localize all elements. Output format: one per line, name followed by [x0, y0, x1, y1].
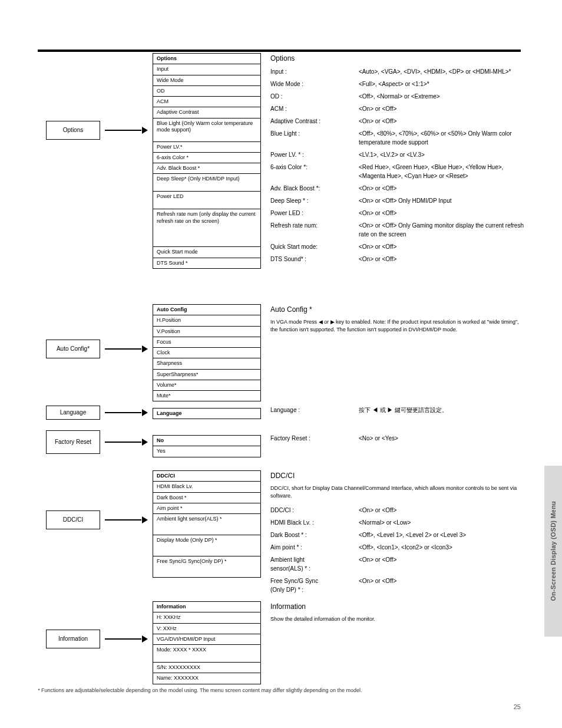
v: <Red Hue>, <Green Hue>, <Blue Hue>, <Yel… [359, 163, 524, 180]
desc-pair: Factory Reset :<No> or <Yes> [270, 434, 524, 443]
cell: S/N: XXXXXXXXX [157, 664, 200, 670]
desc-pair: 6-axis Color *:<Red Hue>, <Green Hue>, <… [270, 163, 524, 180]
cell: Quick Start mode [157, 249, 198, 255]
cell: OD [157, 88, 165, 94]
cell: Clock [157, 350, 170, 355]
menu-row: Auto Config [153, 305, 260, 315]
cell: ACM [157, 98, 168, 104]
title-text: Information [270, 601, 353, 612]
cell: Language [157, 410, 182, 416]
k: Power LED : [270, 209, 353, 218]
desc-pair: Wide Mode :<Full>, <Aspect> or <1:1>* [270, 80, 524, 88]
cell: V.Position [157, 328, 180, 334]
footnote-text: Functions are adjustable/selectable depe… [41, 687, 362, 693]
v: <On> or <Off> [359, 117, 524, 126]
cell: Deep Sleep* (Only HDMI/DP Input) [157, 176, 239, 182]
label-factory-reset: Factory Reset [46, 430, 100, 454]
menu-row: Aim point * [153, 503, 260, 513]
k: Wide Mode : [270, 80, 353, 88]
v: 按下 ◀ 或 ▶ 鍵可變更語言設定。 [359, 406, 524, 414]
desc-language: Language :按下 ◀ 或 ▶ 鍵可變更語言設定。 [270, 406, 524, 418]
desc-note: In VGA mode Press ◀ or ▶ key to enabled.… [270, 318, 524, 334]
v: <LV.1>, <LV.2> or <LV.3> [359, 150, 524, 159]
menu-row: DDC/CI [153, 471, 260, 481]
desc-pair: Ambient light sensor(ALS) * :<On> or <Of… [270, 555, 524, 573]
menu-row: DTS Sound * [153, 258, 260, 268]
desc-title: Auto Config * [270, 304, 524, 315]
k: OD : [270, 92, 353, 101]
cell: Information [157, 604, 186, 610]
label-auto-config: Auto Config* [46, 340, 100, 358]
desc-pair: DTS Sound* :<On> or <Off> [270, 255, 524, 263]
desc-pair: Input :<Auto>, <VGA>, <DVI>, <HDMI>, <DP… [270, 67, 524, 76]
desc-title: Options [270, 53, 524, 64]
v: <On> or <Off> [359, 255, 524, 263]
v: <On> or <Off> [359, 209, 524, 218]
menu-options: Options Input Wide Mode OD ACM Adaptive … [153, 53, 261, 269]
menu-row: SuperSharpness* [153, 369, 260, 380]
cell: Name: XXXXXXX [157, 675, 199, 681]
label-text: DDC/CI [63, 516, 83, 524]
desc-pair: Dark Boost * :<Off>, <Level 1>, <Level 2… [270, 531, 524, 539]
title-text: Auto Config * [270, 304, 353, 315]
k: Factory Reset : [270, 434, 353, 443]
desc-pair: Refresh rate num:<On> or <Off> Only Gami… [270, 221, 524, 239]
label-text: Options [63, 127, 83, 134]
menu-row: Blue Light (Only Warm color temperature … [153, 118, 260, 141]
menu-language: Language [153, 408, 261, 419]
desc-pair: Language :按下 ◀ 或 ▶ 鍵可變更語言設定。 [270, 406, 524, 414]
desc-pair: Power LED :<On> or <Off> [270, 209, 524, 218]
desc-ddcci: DDC/CI DDC/CI, short for Display Data Ch… [270, 470, 524, 598]
menu-row: VGA/DVI/HDMI/DP Input [153, 634, 260, 644]
v: <Off>, <Level 1>, <Level 2> or <Level 3> [359, 531, 524, 539]
cell: Adv. Black Boost * [157, 165, 200, 171]
v: <Off>, <Icon1>, <Icon2> or <Icon3> [359, 543, 524, 552]
label-text: Factory Reset [55, 439, 91, 446]
menu-row: Adv. Black Boost * [153, 163, 260, 173]
menu-row: Focus [153, 337, 260, 347]
page-top-rule [38, 50, 521, 52]
cell: Wide Mode [157, 77, 184, 83]
cell: Yes [157, 448, 166, 454]
label-text: Auto Config* [57, 345, 90, 353]
menu-row: Input [153, 64, 260, 74]
cell: SuperSharpness* [157, 371, 199, 377]
menu-row: Sharpness [153, 358, 260, 368]
v: <On> or <Off> [359, 184, 524, 193]
cell: Options [157, 55, 177, 61]
k: ACM : [270, 104, 353, 113]
k: Refresh rate num: [270, 221, 353, 239]
menu-row: Information [153, 602, 260, 612]
menu-row: ACM [153, 96, 260, 107]
menu-row: Mute* [153, 390, 260, 401]
cell: Mute* [157, 393, 171, 398]
desc-options: Options Input :<Auto>, <VGA>, <DVI>, <HD… [270, 53, 524, 267]
menu-row: Display Mode (Only DP) * [153, 535, 260, 556]
cell: Sharpness [157, 360, 182, 366]
cell: DDC/CI [157, 473, 175, 479]
menu-row: Refresh rate num (only display the curre… [153, 209, 260, 246]
menu-row: Volume* [153, 380, 260, 390]
desc-pair: Free Sync/G Sync (Only DP) * :<On> or <O… [270, 577, 524, 594]
cell: 6-axis Color * [157, 154, 189, 160]
v: <On> or <Off> [359, 506, 524, 515]
menu-row: V: XXHz [153, 623, 260, 634]
menu-row: S/N: XXXXXXXXX [153, 662, 260, 673]
menu-row: Language [153, 409, 260, 419]
cell: Auto Config [157, 307, 187, 312]
desc-pair: Quick Start mode:<On> or <Off> [270, 242, 524, 251]
desc-title: DDC/CI [270, 470, 524, 481]
desc-pair: Adaptive Contrast :<On> or <Off> [270, 117, 524, 126]
cell: DTS Sound * [157, 260, 188, 266]
v: <On> or <Off> [359, 242, 524, 251]
desc-pair: OD :<Off>, <Normal> or <Extreme> [270, 92, 524, 101]
k: HDMI Black Lv. : [270, 518, 353, 527]
menu-row: Dark Boost * [153, 492, 260, 503]
desc-factory-reset: Factory Reset :<No> or <Yes> [270, 434, 524, 446]
k: DDC/CI : [270, 506, 353, 515]
cell: H.Position [157, 317, 181, 323]
cell: H: XXKHz [157, 614, 181, 620]
menu-row: Free Sync/G Sync(Only DP) * [153, 556, 260, 577]
cell: Mode: XXXX * XXXX [157, 647, 206, 653]
k: Power LV. * : [270, 150, 353, 159]
